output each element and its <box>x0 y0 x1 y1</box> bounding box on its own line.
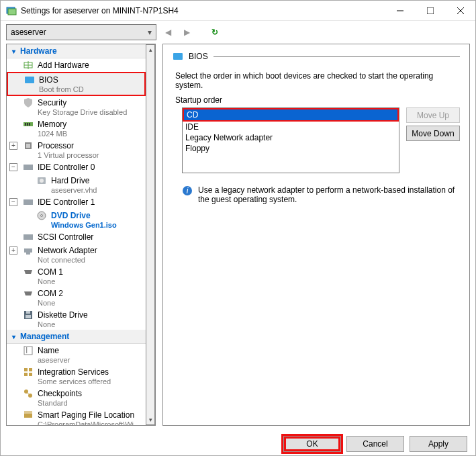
svg-rect-22 <box>23 234 33 240</box>
diskette-icon <box>23 310 34 320</box>
chevron-down-icon: ▾ <box>148 28 152 37</box>
collapse-icon: ▾ <box>9 333 17 340</box>
expander-icon[interactable]: − <box>9 163 17 171</box>
com-port-icon <box>23 288 34 299</box>
harddrive-icon <box>36 175 47 186</box>
integration-icon <box>23 367 34 377</box>
network-icon <box>23 245 34 256</box>
nav-prev-button[interactable]: ◀ <box>160 25 175 40</box>
dvd-icon <box>36 210 47 221</box>
tree-ide0[interactable]: − IDE Controller 0 <box>7 161 146 174</box>
tree-scsi[interactable]: SCSI Controller <box>7 230 146 244</box>
tree-security[interactable]: Security Key Storage Drive disabled <box>7 96 146 118</box>
divider <box>213 56 460 57</box>
svg-text:I: I <box>26 346 28 355</box>
svg-rect-38 <box>24 411 32 414</box>
svg-rect-31 <box>29 368 32 371</box>
tree-com1[interactable]: COM 1 None <box>7 265 146 287</box>
svg-rect-3 <box>427 7 434 14</box>
vm-selector-value: aseserver <box>11 28 46 37</box>
startup-order-list[interactable]: CD IDE Legacy Network adapter Floppy <box>182 107 399 173</box>
svg-rect-30 <box>24 368 28 371</box>
scroll-up-icon[interactable]: ▴ <box>146 45 154 54</box>
move-up-button: Move Up <box>406 107 460 123</box>
panel-description: Select the order in which boot devices a… <box>175 71 460 90</box>
checkpoints-icon <box>23 388 34 399</box>
vm-selector[interactable]: aseserver ▾ <box>6 24 156 40</box>
move-down-button[interactable]: Move Down <box>406 126 460 141</box>
svg-rect-19 <box>23 199 33 205</box>
expander-icon[interactable]: + <box>9 142 17 150</box>
close-button[interactable] <box>445 1 475 21</box>
tree-ide1[interactable]: − IDE Controller 1 <box>7 195 146 209</box>
cancel-button[interactable]: Cancel <box>346 436 404 452</box>
refresh-button[interactable]: ↻ <box>207 25 222 40</box>
svg-rect-12 <box>27 123 28 126</box>
list-item[interactable]: CD <box>184 109 397 120</box>
apply-button[interactable]: Apply <box>410 436 467 452</box>
svg-text:i: i <box>187 186 189 195</box>
main-area: ▾ Hardware Add Hardware BIOS Boot from C… <box>1 44 475 431</box>
tree-name[interactable]: IName aseserver <box>7 344 146 365</box>
svg-line-36 <box>26 392 30 396</box>
controller-icon <box>23 162 34 173</box>
svg-rect-16 <box>23 165 33 170</box>
svg-rect-24 <box>26 253 30 255</box>
name-icon: I <box>23 345 34 356</box>
tree-integration[interactable]: Integration Services Some services offer… <box>7 365 146 387</box>
collapse-icon: ▾ <box>9 48 17 55</box>
bios-icon <box>24 75 35 85</box>
svg-rect-9 <box>25 77 34 83</box>
controller-icon <box>23 197 34 208</box>
panel-heading: BIOS <box>189 52 208 61</box>
management-section[interactable]: ▾ Management <box>7 330 146 344</box>
tree-com2[interactable]: COM 2 None <box>7 287 146 308</box>
list-item[interactable]: IDE <box>183 122 399 132</box>
bios-icon <box>173 51 183 62</box>
svg-rect-1 <box>8 9 16 15</box>
tree-processor[interactable]: + Processor 1 Virtual processor <box>7 139 146 161</box>
startup-order-label: Startup order <box>175 95 460 105</box>
shield-icon <box>23 97 34 108</box>
maximize-button[interactable] <box>415 1 445 21</box>
svg-rect-23 <box>24 248 32 253</box>
tree-paging[interactable]: Smart Paging File Location C:\ProgramDat… <box>7 408 146 425</box>
tree-checkpoints[interactable]: Checkpoints Standard <box>7 387 146 408</box>
list-item[interactable]: Legacy Network adapter <box>183 132 399 143</box>
svg-rect-39 <box>173 53 183 60</box>
scroll-down-icon[interactable]: ▾ <box>146 415 154 424</box>
tree-network-adapter[interactable]: + Network Adapter Not connected <box>7 244 146 265</box>
add-hardware-icon <box>23 60 34 71</box>
tree-add-hardware[interactable]: Add Hardware <box>7 58 146 72</box>
tree-harddrive[interactable]: Hard Drive aseserver.vhd <box>7 174 146 195</box>
svg-point-18 <box>40 179 44 183</box>
tree-memory[interactable]: Memory 1024 MB <box>7 118 146 139</box>
toolbar: aseserver ▾ ◀ ▶ ↻ <box>1 21 475 44</box>
svg-point-21 <box>41 215 43 217</box>
svg-rect-13 <box>29 123 30 126</box>
svg-rect-27 <box>26 315 31 318</box>
com-port-icon <box>23 267 34 277</box>
tree-diskette[interactable]: Diskette Drive None <box>7 308 146 330</box>
settings-tree: ▾ Hardware Add Hardware BIOS Boot from C… <box>6 44 156 426</box>
title-bar: Settings for aseserver on MININT-N7P1SH4 <box>1 1 475 21</box>
minimize-button[interactable] <box>385 1 415 21</box>
memory-icon <box>23 119 34 130</box>
list-item[interactable]: Floppy <box>183 143 399 154</box>
settings-panel: BIOS Select the order in which boot devi… <box>162 44 470 426</box>
svg-rect-32 <box>24 373 28 376</box>
info-icon: i <box>182 185 193 196</box>
tree-bios[interactable]: BIOS Boot from CD <box>7 72 146 96</box>
dialog-footer: OK Cancel Apply <box>1 431 475 456</box>
tree-dvd[interactable]: DVD Drive Windows Gen1.iso <box>7 209 146 230</box>
svg-rect-26 <box>26 311 30 314</box>
ok-button[interactable]: OK <box>283 436 341 452</box>
svg-rect-15 <box>26 144 30 148</box>
scsi-icon <box>23 232 34 242</box>
svg-rect-11 <box>25 123 26 126</box>
expander-icon[interactable]: − <box>9 198 17 206</box>
expander-icon[interactable]: + <box>9 246 17 255</box>
nav-next-button[interactable]: ▶ <box>179 25 194 40</box>
scrollbar[interactable]: ▴ ▾ <box>146 44 155 425</box>
hardware-section[interactable]: ▾ Hardware <box>7 44 146 58</box>
